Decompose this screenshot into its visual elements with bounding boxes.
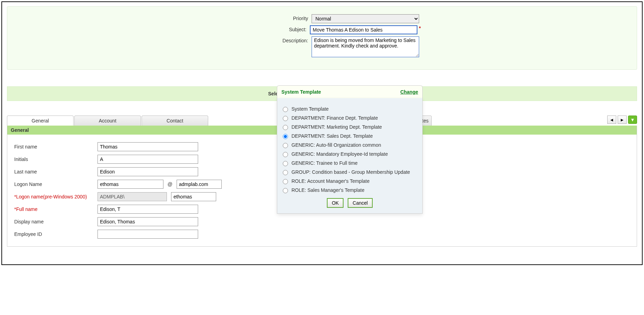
first-name-label: First name [14, 144, 98, 150]
description-textarea[interactable]: Edison is being moved from Marketing to … [312, 36, 419, 57]
tab-scroll-controls: ◄ ► ▼ [607, 116, 637, 124]
first-name-input[interactable] [98, 142, 198, 151]
template-option[interactable]: GENERIC: Trainee to Full time [283, 160, 417, 166]
template-radio[interactable] [283, 161, 288, 166]
display-name-input[interactable] [98, 217, 198, 226]
logon-name-label: Logon Name [14, 181, 98, 187]
last-name-input[interactable] [98, 167, 198, 176]
display-name-label: Display name [14, 219, 98, 224]
template-radio[interactable] [283, 188, 288, 193]
template-option-label: GENERIC: Auto-fill Organization common [291, 142, 381, 148]
template-radio[interactable] [283, 170, 288, 175]
template-cancel-button[interactable]: Cancel [348, 198, 373, 208]
logon-user-input[interactable] [98, 180, 163, 189]
subject-label: Subject: [223, 25, 310, 32]
last-name-label: Last name [14, 169, 98, 174]
priority-select[interactable]: Normal [312, 14, 419, 23]
tab-scroll-right-button[interactable]: ► [618, 116, 627, 124]
template-dropdown-head: System Template Change [277, 85, 423, 98]
template-bar: Selected Template : System Template Chan… [7, 86, 637, 101]
prewin-prefix-input [98, 192, 167, 201]
template-option-label: ROLE: Sales Manager's Template [291, 187, 364, 193]
tab-contact[interactable]: Contact [142, 116, 208, 126]
template-option-label: ROLE: Account Manager's Template [291, 178, 370, 184]
template-option[interactable]: ROLE: Sales Manager's Template [283, 187, 417, 193]
full-name-input[interactable] [98, 205, 198, 214]
template-radio[interactable] [283, 134, 288, 139]
tab-general[interactable]: General [7, 116, 74, 126]
request-panel: Priority Normal Subject: * Description: … [7, 6, 637, 70]
required-asterisk: * [417, 25, 421, 31]
app-frame: Priority Normal Subject: * Description: … [1, 1, 643, 265]
template-radio[interactable] [283, 116, 288, 121]
template-option[interactable]: GENERIC: Mandatory Employee-Id template [283, 151, 417, 157]
template-option-label: DEPARTMENT: Marketing Dept. Template [291, 124, 382, 130]
template-option[interactable]: DEPARTMENT: Finance Dept. Template [283, 115, 417, 121]
template-option-label: GENERIC: Trainee to Full time [291, 160, 358, 166]
description-label: Description: [225, 36, 312, 43]
template-option-list: System TemplateDEPARTMENT: Finance Dept.… [277, 98, 423, 214]
template-radio[interactable] [283, 125, 288, 130]
employee-id-label: Employee ID [14, 231, 98, 237]
template-option-label: DEPARTMENT: Sales Dept. Template [291, 133, 373, 139]
template-option-label: System Template [291, 106, 329, 112]
template-radio[interactable] [283, 152, 288, 157]
change-template-link[interactable]: Change [400, 89, 418, 95]
tab-account[interactable]: Account [74, 116, 141, 126]
template-ok-button[interactable]: OK [327, 198, 344, 208]
template-option[interactable]: System Template [283, 106, 417, 112]
full-name-label: Full name [14, 206, 98, 212]
template-option[interactable]: DEPARTMENT: Marketing Dept. Template [283, 124, 417, 130]
subject-input[interactable] [310, 25, 417, 34]
priority-label: Priority [225, 14, 312, 21]
template-option-label: DEPARTMENT: Finance Dept. Template [291, 115, 378, 121]
template-option-label: GENERIC: Mandatory Employee-Id template [291, 151, 388, 157]
template-option[interactable]: GROUP: Condition based - Group Membershi… [283, 169, 417, 175]
template-option[interactable]: DEPARTMENT: Sales Dept. Template [283, 133, 417, 139]
template-option-label: GROUP: Condition based - Group Membershi… [291, 169, 410, 175]
template-radio[interactable] [283, 143, 288, 148]
template-option[interactable]: GENERIC: Auto-fill Organization common [283, 142, 417, 148]
template-radio[interactable] [283, 179, 288, 184]
initials-label: Initials [14, 156, 98, 162]
template-radio[interactable] [283, 107, 288, 112]
template-option[interactable]: ROLE: Account Manager's Template [283, 178, 417, 184]
prewin-value-input[interactable] [171, 192, 216, 201]
logon-at-symbol: @ [165, 181, 175, 187]
employee-id-input[interactable] [98, 230, 198, 239]
tab-scroll-left-button[interactable]: ◄ [607, 116, 616, 124]
current-template-name: System Template [281, 89, 321, 95]
logon-domain-input[interactable] [177, 180, 222, 189]
template-dropdown: System Template Change System TemplateDE… [277, 85, 423, 214]
initials-input[interactable] [98, 155, 198, 164]
tab-expand-button[interactable]: ▼ [628, 116, 637, 124]
prewin-logon-label: Logon name(pre-Windows 2000) [14, 194, 98, 199]
